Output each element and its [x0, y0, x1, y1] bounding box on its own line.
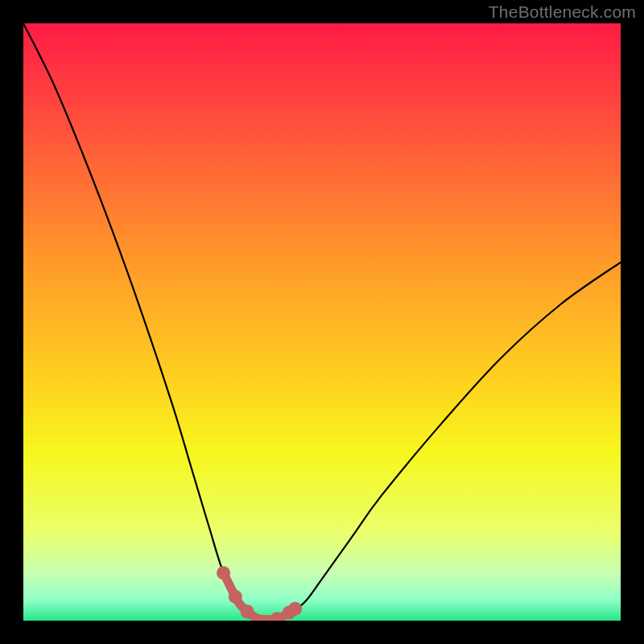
plot-area: [23, 23, 621, 621]
chart-svg: [23, 23, 621, 621]
marker-dot: [288, 602, 302, 616]
chart-frame: TheBottleneck.com: [0, 0, 644, 644]
marker-dot: [229, 590, 242, 604]
gradient-background: [23, 23, 621, 621]
watermark-text: TheBottleneck.com: [489, 2, 636, 22]
marker-dot: [217, 566, 230, 580]
marker-dot: [241, 605, 254, 618]
